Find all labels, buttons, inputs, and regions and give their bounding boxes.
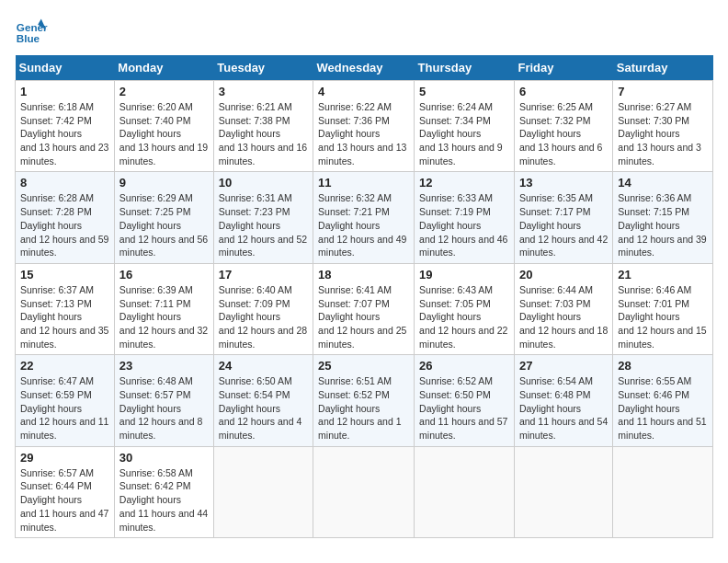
day-info: Sunrise: 6:43 AMSunset: 7:05 PMDaylight … [419,284,507,350]
calendar-cell: 16 Sunrise: 6:39 AMSunset: 7:11 PMDaylig… [114,263,213,354]
calendar-table: SundayMondayTuesdayWednesdayThursdayFrid… [15,55,713,538]
day-number: 20 [519,268,608,282]
calendar-cell: 3 Sunrise: 6:21 AMSunset: 7:38 PMDayligh… [213,81,313,172]
weekday-saturday: Saturday [613,55,713,81]
calendar-week-5: 29 Sunrise: 6:57 AMSunset: 6:44 PMDaylig… [16,446,713,537]
calendar-cell: 23 Sunrise: 6:48 AMSunset: 6:57 PMDaylig… [114,355,213,446]
calendar-cell: 15 Sunrise: 6:37 AMSunset: 7:13 PMDaylig… [16,263,115,354]
calendar-body: 1 Sunrise: 6:18 AMSunset: 7:42 PMDayligh… [16,81,713,538]
day-info: Sunrise: 6:52 AMSunset: 6:50 PMDaylight … [419,375,507,441]
day-number: 7 [618,85,708,98]
weekday-tuesday: Tuesday [213,55,313,81]
day-info: Sunrise: 6:21 AMSunset: 7:38 PMDaylight … [219,101,307,167]
day-info: Sunrise: 6:58 AMSunset: 6:42 PMDaylight … [119,467,208,533]
calendar-cell: 13 Sunrise: 6:35 AMSunset: 7:17 PMDaylig… [514,172,612,263]
day-info: Sunrise: 6:48 AMSunset: 6:57 PMDaylight … [119,375,203,441]
day-number: 9 [119,176,209,190]
day-info: Sunrise: 6:31 AMSunset: 7:23 PMDaylight … [219,192,307,258]
svg-text:Blue: Blue [17,32,40,44]
day-number: 5 [419,85,509,98]
day-number: 27 [519,359,608,373]
calendar-cell: 12 Sunrise: 6:33 AMSunset: 7:19 PMDaylig… [415,172,515,263]
day-number: 25 [318,359,409,373]
calendar-cell: 14 Sunrise: 6:36 AMSunset: 7:15 PMDaylig… [613,172,713,263]
day-number: 12 [419,176,509,190]
calendar-cell: 24 Sunrise: 6:50 AMSunset: 6:54 PMDaylig… [213,355,313,446]
calendar-cell: 21 Sunrise: 6:46 AMSunset: 7:01 PMDaylig… [613,263,713,354]
calendar-week-2: 8 Sunrise: 6:28 AMSunset: 7:28 PMDayligh… [16,172,713,263]
calendar-cell: 29 Sunrise: 6:57 AMSunset: 6:44 PMDaylig… [16,446,115,537]
day-number: 29 [20,451,109,465]
calendar-cell: 26 Sunrise: 6:52 AMSunset: 6:50 PMDaylig… [415,355,515,446]
day-number: 15 [20,268,109,282]
day-info: Sunrise: 6:32 AMSunset: 7:21 PMDaylight … [318,192,406,258]
calendar-cell: 17 Sunrise: 6:40 AMSunset: 7:09 PMDaylig… [213,263,313,354]
day-info: Sunrise: 6:28 AMSunset: 7:28 PMDaylight … [20,192,108,258]
day-number: 26 [419,359,509,373]
calendar-cell: 8 Sunrise: 6:28 AMSunset: 7:28 PMDayligh… [16,172,115,263]
day-info: Sunrise: 6:39 AMSunset: 7:11 PMDaylight … [119,284,208,350]
day-number: 18 [318,268,409,282]
weekday-wednesday: Wednesday [313,55,415,81]
calendar-cell: 7 Sunrise: 6:27 AMSunset: 7:30 PMDayligh… [613,81,713,172]
weekday-friday: Friday [514,55,612,81]
calendar-cell [415,446,515,537]
day-info: Sunrise: 6:33 AMSunset: 7:19 PMDaylight … [419,192,507,258]
day-info: Sunrise: 6:55 AMSunset: 6:46 PMDaylight … [618,375,706,441]
day-info: Sunrise: 6:18 AMSunset: 7:42 PMDaylight … [20,101,108,167]
day-info: Sunrise: 6:36 AMSunset: 7:15 PMDaylight … [618,192,706,258]
calendar-cell: 10 Sunrise: 6:31 AMSunset: 7:23 PMDaylig… [213,172,313,263]
day-info: Sunrise: 6:29 AMSunset: 7:25 PMDaylight … [119,192,208,258]
calendar-cell [313,446,415,537]
day-number: 2 [119,85,209,98]
weekday-sunday: Sunday [16,55,115,81]
calendar-cell [514,446,612,537]
calendar-cell: 18 Sunrise: 6:41 AMSunset: 7:07 PMDaylig… [313,263,415,354]
day-number: 3 [219,85,308,98]
logo: General Blue [15,15,48,48]
day-number: 14 [618,176,708,190]
day-number: 13 [519,176,608,190]
day-number: 24 [219,359,308,373]
day-info: Sunrise: 6:47 AMSunset: 6:59 PMDaylight … [20,375,108,441]
day-number: 11 [318,176,409,190]
day-info: Sunrise: 6:35 AMSunset: 7:17 PMDaylight … [519,192,608,258]
day-number: 6 [519,85,608,98]
day-number: 21 [618,268,708,282]
day-info: Sunrise: 6:57 AMSunset: 6:44 PMDaylight … [20,467,108,533]
calendar-week-1: 1 Sunrise: 6:18 AMSunset: 7:42 PMDayligh… [16,81,713,172]
weekday-header-row: SundayMondayTuesdayWednesdayThursdayFrid… [16,55,713,81]
day-number: 8 [20,176,109,190]
calendar-cell: 5 Sunrise: 6:24 AMSunset: 7:34 PMDayligh… [415,81,515,172]
day-number: 28 [618,359,708,373]
day-number: 19 [419,268,509,282]
day-number: 30 [119,451,209,465]
day-number: 4 [318,85,409,98]
calendar-cell: 25 Sunrise: 6:51 AMSunset: 6:52 PMDaylig… [313,355,415,446]
calendar-cell: 22 Sunrise: 6:47 AMSunset: 6:59 PMDaylig… [16,355,115,446]
calendar-cell: 27 Sunrise: 6:54 AMSunset: 6:48 PMDaylig… [514,355,612,446]
day-info: Sunrise: 6:27 AMSunset: 7:30 PMDaylight … [618,101,701,167]
calendar-cell: 30 Sunrise: 6:58 AMSunset: 6:42 PMDaylig… [114,446,213,537]
day-info: Sunrise: 6:24 AMSunset: 7:34 PMDaylight … [419,101,503,167]
weekday-monday: Monday [114,55,213,81]
day-number: 10 [219,176,308,190]
calendar-cell [613,446,713,537]
calendar-week-3: 15 Sunrise: 6:37 AMSunset: 7:13 PMDaylig… [16,263,713,354]
weekday-thursday: Thursday [415,55,515,81]
day-info: Sunrise: 6:41 AMSunset: 7:07 PMDaylight … [318,284,406,350]
calendar-cell: 28 Sunrise: 6:55 AMSunset: 6:46 PMDaylig… [613,355,713,446]
day-info: Sunrise: 6:22 AMSunset: 7:36 PMDaylight … [318,101,406,167]
day-info: Sunrise: 6:40 AMSunset: 7:09 PMDaylight … [219,284,307,350]
calendar-cell: 11 Sunrise: 6:32 AMSunset: 7:21 PMDaylig… [313,172,415,263]
day-info: Sunrise: 6:51 AMSunset: 6:52 PMDaylight … [318,375,402,441]
day-info: Sunrise: 6:44 AMSunset: 7:03 PMDaylight … [519,284,608,350]
day-info: Sunrise: 6:20 AMSunset: 7:40 PMDaylight … [119,101,208,167]
calendar-week-4: 22 Sunrise: 6:47 AMSunset: 6:59 PMDaylig… [16,355,713,446]
day-info: Sunrise: 6:54 AMSunset: 6:48 PMDaylight … [519,375,608,441]
calendar-cell [213,446,313,537]
calendar-cell: 19 Sunrise: 6:43 AMSunset: 7:05 PMDaylig… [415,263,515,354]
day-info: Sunrise: 6:25 AMSunset: 7:32 PMDaylight … [519,101,603,167]
day-number: 1 [20,85,109,98]
calendar-cell: 6 Sunrise: 6:25 AMSunset: 7:32 PMDayligh… [514,81,612,172]
